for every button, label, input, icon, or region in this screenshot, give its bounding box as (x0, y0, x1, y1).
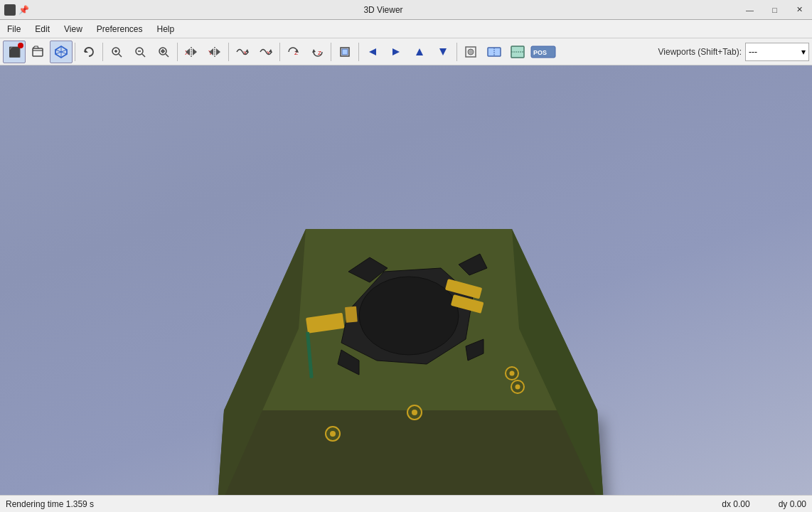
sep2 (102, 43, 103, 61)
move-down-button[interactable] (432, 41, 454, 63)
sep4 (228, 43, 229, 61)
svg-point-65 (510, 371, 515, 376)
move-right-button[interactable] (385, 41, 407, 63)
window-title: 3D Viewer (29, 5, 737, 15)
viewport-select[interactable]: --- ▾ (745, 43, 809, 61)
svg-marker-33 (392, 48, 400, 55)
viewport-value: --- (749, 47, 757, 57)
svg-point-50 (359, 277, 459, 355)
flip-x-button[interactable]: X (180, 41, 203, 63)
sep7 (358, 43, 359, 61)
maximize-button[interactable]: □ (762, 0, 787, 20)
menu-edit[interactable]: Edit (28, 20, 57, 38)
titlebar-left: 📌 (0, 4, 29, 16)
titlebar: 📌 3D Viewer — □ ✕ (0, 0, 812, 20)
pin-icon: 📌 (18, 5, 29, 15)
svg-marker-35 (439, 48, 447, 55)
window-controls: — □ ✕ (737, 0, 812, 20)
minimize-button[interactable]: — (737, 0, 762, 20)
svg-line-14 (166, 54, 169, 57)
svg-point-61 (330, 431, 336, 437)
svg-marker-32 (369, 48, 376, 55)
new-board-button[interactable]: ⬛ (3, 41, 26, 63)
view-side-button[interactable] (483, 41, 506, 63)
viewport-label: Viewports (Shift+Tab): (658, 47, 742, 57)
menubar: File Edit View Preferences Help (0, 20, 812, 38)
svg-marker-5 (85, 49, 88, 53)
dy-value: dy 0.00 (779, 499, 806, 509)
rotate-z-cw-button[interactable]: Z (282, 41, 305, 63)
open-file-button[interactable] (26, 41, 49, 63)
rotate-x-button[interactable]: X (231, 41, 254, 63)
menu-view[interactable]: View (57, 20, 90, 38)
view-reset-button[interactable] (459, 41, 482, 63)
rotate-z-ccw-button[interactable]: Z (306, 41, 328, 63)
close-button[interactable]: ✕ (787, 0, 812, 20)
statusbar-right: dx 0.00 dy 0.00 (722, 499, 806, 509)
svg-line-9 (119, 54, 122, 57)
zoom-in-button[interactable] (105, 41, 128, 63)
menu-help[interactable]: Help (150, 20, 182, 38)
sep5 (279, 43, 280, 61)
app-icon (4, 4, 16, 16)
svg-marker-34 (416, 48, 423, 55)
svg-point-37 (468, 49, 474, 55)
rotate-y-button[interactable]: Y (255, 41, 277, 63)
sep3 (177, 43, 178, 61)
dx-value: dx 0.00 (722, 499, 749, 509)
svg-rect-0 (33, 48, 43, 56)
flip-y-button[interactable]: Y (203, 41, 226, 63)
3d-view-button[interactable] (50, 41, 73, 63)
svg-marker-44 (217, 410, 604, 495)
svg-point-67 (515, 385, 520, 390)
sep6 (331, 43, 331, 61)
svg-point-63 (412, 410, 417, 415)
svg-text:POS: POS (533, 49, 547, 56)
sep8 (456, 43, 457, 61)
menu-preferences[interactable]: Preferences (90, 20, 150, 38)
sep1 (75, 43, 75, 61)
viewport-chevron-icon: ▾ (801, 47, 806, 57)
rendering-time: Rendering time 1.359 s (6, 499, 94, 509)
statusbar: Rendering time 1.359 s dx 0.00 dy 0.00 (0, 495, 812, 512)
menu-file[interactable]: File (0, 20, 28, 38)
undo-button[interactable] (78, 41, 100, 63)
svg-line-12 (142, 54, 145, 57)
svg-rect-31 (342, 49, 348, 55)
move-up-button[interactable] (408, 41, 431, 63)
svg-rect-58 (345, 306, 358, 323)
pos-marker-button[interactable]: POS (530, 41, 557, 63)
ortho-button[interactable] (333, 41, 356, 63)
move-left-button[interactable] (361, 41, 384, 63)
zoom-fit-button[interactable] (152, 41, 175, 63)
svg-marker-29 (312, 49, 316, 53)
zoom-out-button[interactable] (129, 41, 151, 63)
3d-viewport[interactable]: BT1 (0, 65, 812, 495)
view-top-button[interactable] (506, 41, 529, 63)
toolbar: ⬛ X Y X Y Z Z (0, 38, 812, 65)
